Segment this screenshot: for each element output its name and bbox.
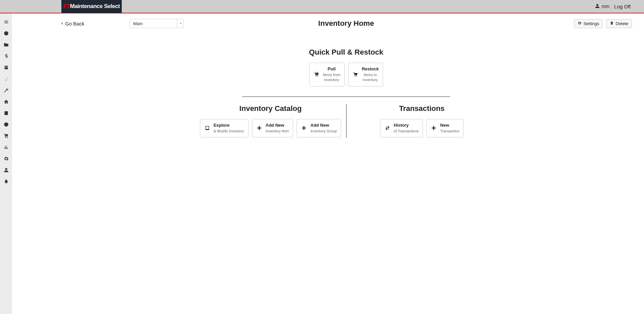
svg-point-5 — [356, 76, 357, 77]
restock-sub1: Items to — [364, 73, 377, 77]
quick-section-title: Quick Pull & Restock — [60, 48, 632, 57]
reports-icon[interactable] — [2, 143, 10, 151]
explore-title: Explore — [214, 123, 230, 128]
pull-title: Pull — [328, 66, 336, 71]
catalog-column: Inventory Catalog Explore & Modify Inven… — [195, 104, 346, 138]
pull-card[interactable]: Pull Items from Inventory — [309, 63, 345, 86]
bell-icon[interactable] — [2, 178, 10, 185]
history-sub: of Transactions — [394, 129, 419, 134]
wrench-icon[interactable] — [2, 86, 10, 94]
pull-sub1: Items from — [323, 73, 340, 77]
list-icon[interactable] — [2, 109, 10, 117]
delete-button[interactable]: Delete — [606, 19, 632, 28]
lower-columns: Inventory Catalog Explore & Modify Inven… — [60, 104, 632, 138]
transactions-title: Transactions — [399, 104, 445, 113]
profile-icon[interactable] — [2, 166, 10, 174]
box-icon[interactable] — [2, 64, 10, 71]
plus-icon — [301, 125, 307, 131]
go-back-label: Go Back — [65, 21, 85, 26]
catalog-title: Inventory Catalog — [239, 104, 302, 113]
username: mm — [602, 4, 609, 9]
app-logo: FTMaintenance Select — [61, 0, 122, 13]
view-dropdown[interactable]: Main — [129, 19, 184, 28]
add-group-card[interactable]: Add New Inventory Group — [297, 119, 341, 137]
svg-point-2 — [316, 76, 316, 77]
exchange-icon — [384, 125, 390, 131]
trash-icon — [610, 21, 614, 26]
plus-icon — [256, 125, 262, 131]
logo-prefix: FT — [63, 3, 70, 9]
restock-card[interactable]: Restock Items to Inventory — [348, 63, 383, 86]
divider-line — [242, 97, 450, 97]
pull-sub2: Inventory — [324, 78, 339, 82]
sidebar — [0, 13, 12, 314]
add-item-sub: Inventory Item — [266, 129, 289, 134]
svg-point-0 — [5, 137, 6, 138]
pin-icon[interactable] — [2, 75, 10, 82]
history-card[interactable]: History of Transactions — [380, 119, 423, 137]
logo-rest: Maintenance Select — [70, 3, 120, 9]
history-title: History — [394, 123, 409, 128]
book-icon — [204, 125, 210, 131]
svg-point-4 — [355, 76, 355, 77]
settings-button[interactable]: Settings — [574, 19, 603, 28]
new-sub: Transaction — [440, 129, 459, 134]
new-transaction-card[interactable]: New Transaction — [426, 119, 464, 137]
delete-label: Delete — [615, 21, 628, 26]
plus-icon — [431, 125, 437, 131]
main-content: Go Back Main Inventory Home Settings Del… — [12, 13, 644, 314]
cart-down-icon — [314, 72, 320, 77]
explore-sub: & Modify Inventory — [214, 129, 244, 134]
restock-title: Restock — [362, 66, 379, 71]
gear-icon[interactable] — [2, 155, 10, 162]
clock-icon[interactable] — [2, 29, 10, 37]
folder-icon[interactable] — [2, 41, 10, 48]
cart-icon — [353, 72, 359, 77]
toolbar-row: Go Back Main Inventory Home Settings Del… — [60, 17, 632, 29]
add-item-title: Add New — [266, 123, 284, 128]
add-item-card[interactable]: Add New Inventory Item — [252, 119, 293, 137]
schedule-icon[interactable] — [2, 121, 10, 128]
svg-point-3 — [317, 76, 318, 77]
home-icon[interactable] — [2, 98, 10, 105]
menu-icon[interactable] — [2, 18, 10, 25]
dropdown-value: Main — [130, 21, 177, 26]
caret-down-icon[interactable] — [177, 19, 183, 28]
quick-cards: Pull Items from Inventory Restock Items … — [60, 63, 632, 86]
gear-icon — [578, 21, 582, 26]
cart-icon[interactable] — [2, 132, 10, 139]
new-title: New — [440, 123, 449, 128]
go-back-button[interactable]: Go Back — [60, 21, 85, 26]
topbar: FTMaintenance Select mm Log Off — [0, 0, 644, 13]
add-group-sub: Inventory Group — [310, 129, 337, 134]
settings-label: Settings — [583, 21, 599, 26]
user-area: mm Log Off — [595, 4, 644, 9]
add-group-title: Add New — [310, 123, 329, 128]
explore-card[interactable]: Explore & Modify Inventory — [200, 119, 249, 137]
user-icon — [595, 4, 600, 9]
dollar-icon[interactable] — [2, 52, 10, 60]
transactions-column: Transactions History of Transactions — [346, 104, 497, 138]
restock-sub2: Inventory — [363, 78, 378, 82]
logoff-link[interactable]: Log Off — [614, 4, 631, 9]
toolbar-actions: Settings Delete — [574, 19, 632, 28]
svg-point-1 — [7, 137, 8, 138]
